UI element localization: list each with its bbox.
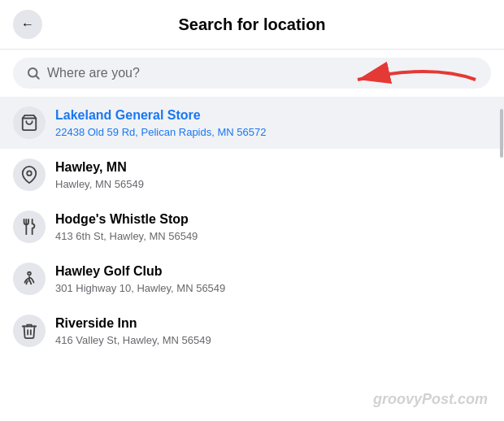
location-info: Lakeland General Store22438 Old 59 Rd, P…: [55, 107, 491, 138]
location-address: 301 Highway 10, Hawley, MN 56549: [55, 282, 491, 294]
location-name: Riverside Inn: [55, 315, 491, 332]
search-input[interactable]: [47, 66, 478, 80]
svg-point-7: [28, 272, 31, 276]
search-input-wrapper[interactable]: [13, 58, 491, 89]
location-address: 413 6th St, Hawley, MN 56549: [55, 230, 491, 242]
scrollbar-track: [499, 106, 504, 421]
location-address: Hawley, MN 56549: [55, 178, 491, 190]
location-info: Hawley, MNHawley, MN 56549: [55, 159, 491, 190]
location-name: Hodge's Whistle Stop: [55, 211, 491, 228]
location-address: 22438 Old 59 Rd, Pelican Rapids, MN 5657…: [55, 126, 491, 138]
svg-line-1: [36, 76, 38, 78]
location-info: Hawley Golf Club301 Highway 10, Hawley, …: [55, 263, 491, 294]
fork-icon: [13, 210, 46, 243]
page-title: Search for location: [42, 15, 491, 34]
list-item[interactable]: Lakeland General Store22438 Old 59 Rd, P…: [0, 97, 504, 149]
trash-icon: [13, 315, 46, 347]
list-item[interactable]: Hodge's Whistle Stop413 6th St, Hawley, …: [0, 201, 504, 253]
back-arrow-icon: ←: [21, 17, 34, 32]
location-list: Lakeland General Store22438 Old 59 Rd, P…: [0, 97, 504, 412]
pin-icon: [13, 158, 46, 191]
svg-point-4: [27, 171, 32, 176]
header: ← Search for location: [0, 0, 504, 50]
location-name: Hawley Golf Club: [55, 263, 491, 280]
list-item[interactable]: Riverside Inn416 Valley St, Hawley, MN 5…: [0, 305, 504, 357]
list-item[interactable]: Hawley Golf Club301 Highway 10, Hawley, …: [0, 253, 504, 305]
list-item[interactable]: Hawley, MNHawley, MN 56549: [0, 149, 504, 201]
back-button[interactable]: ←: [13, 10, 42, 39]
location-name: Hawley, MN: [55, 159, 491, 176]
person-icon: [13, 263, 46, 295]
search-bar: [0, 50, 504, 97]
location-info: Hodge's Whistle Stop413 6th St, Hawley, …: [55, 211, 491, 242]
location-address: 416 Valley St, Hawley, MN 56549: [55, 334, 491, 346]
location-info: Riverside Inn416 Valley St, Hawley, MN 5…: [55, 315, 491, 346]
location-name: Lakeland General Store: [55, 107, 491, 124]
search-icon: [26, 66, 41, 80]
bag-icon: [13, 106, 46, 139]
scrollbar-thumb[interactable]: [500, 109, 503, 158]
